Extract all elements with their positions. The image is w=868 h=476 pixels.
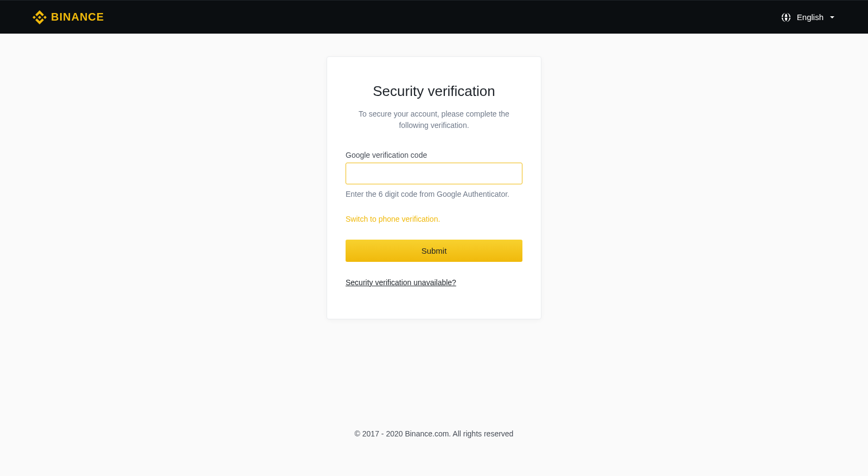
language-selector[interactable]: English xyxy=(781,12,835,23)
switch-verification-link[interactable]: Switch to phone verification. xyxy=(346,215,522,223)
verification-unavailable-link[interactable]: Security verification unavailable? xyxy=(346,278,456,287)
binance-logo-icon xyxy=(33,10,47,24)
card-description: To secure your account, please complete … xyxy=(346,108,522,131)
main-content: Security verification To secure your acc… xyxy=(0,34,868,319)
verification-card: Security verification To secure your acc… xyxy=(327,56,541,319)
copyright-text: © 2017 - 2020 Binance.com. All rights re… xyxy=(355,429,514,438)
input-label: Google verification code xyxy=(346,151,522,159)
card-title: Security verification xyxy=(346,83,522,100)
footer: © 2017 - 2020 Binance.com. All rights re… xyxy=(0,429,868,438)
verification-code-input[interactable] xyxy=(346,163,522,184)
input-helper-text: Enter the 6 digit code from Google Authe… xyxy=(346,190,522,198)
brand-name: BINANCE xyxy=(51,11,104,23)
language-label: English xyxy=(797,12,824,22)
header: BINANCE English xyxy=(0,0,868,34)
caret-down-icon xyxy=(829,14,835,21)
brand-logo[interactable]: BINANCE xyxy=(33,10,104,24)
globe-icon xyxy=(781,12,792,23)
code-field-group: Google verification code Enter the 6 dig… xyxy=(346,151,522,198)
submit-button[interactable]: Submit xyxy=(346,240,522,262)
